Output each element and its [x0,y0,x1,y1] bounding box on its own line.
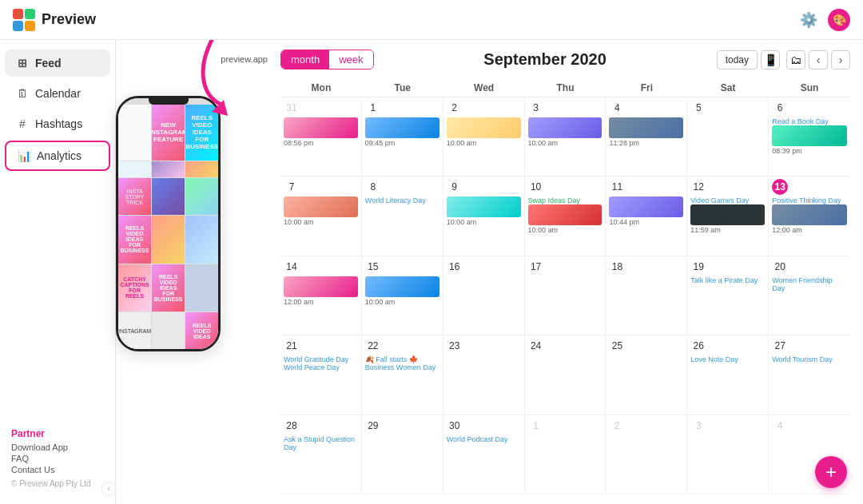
event-time: 10:00 am [284,218,358,226]
day-26: 26 Love Note Day [687,335,769,414]
contact-link[interactable]: Contact Us [11,465,104,474]
event-time: 08:56 pm [284,139,358,147]
phone-notch [149,98,189,105]
day-number: 15 [365,259,381,275]
avatar-icon[interactable]: 🎨 [828,9,850,31]
event-thumb[interactable] [447,117,521,138]
event-label[interactable]: Talk like a Pirate Day [690,276,765,284]
prev-month-button[interactable]: ‹ [809,50,828,69]
calendar-week-1: 31 08:56 pm 1 09:45 pm 2 10:00 am [280,97,850,177]
day-29: 29 [362,415,443,494]
day-11: 11 10:44 pm [606,177,687,255]
fab-button[interactable]: + [815,456,847,488]
day-4: 4 11:28 pm [606,97,687,176]
event-time: 10:00 am [447,218,521,226]
event-thumb[interactable] [609,196,683,217]
event-label[interactable]: World Gratitude Day [284,355,358,363]
day-number: 11 [609,179,625,195]
sidebar-collapse-button[interactable]: ‹ [101,482,116,496]
day-7: 7 10:00 am [280,177,362,255]
event-thumb[interactable] [528,204,603,225]
event-label[interactable]: World Tourism Day [772,355,847,363]
day-number: 30 [447,418,463,434]
event-label[interactable]: Video Games Day [690,196,765,204]
day-5: 5 [687,97,769,176]
event-thumb[interactable] [284,196,358,217]
event-label[interactable]: Read a Book Day [772,117,847,125]
event-thumb[interactable] [365,117,439,138]
event-thumb[interactable] [772,125,847,146]
analytics-icon: 📊 [18,149,30,162]
col-thu: Thu [525,79,606,97]
event-label[interactable]: World Podcast Day [447,435,521,443]
day-number: 4 [772,418,788,434]
event-thumb[interactable] [284,117,358,138]
day-12: 12 Video Games Day 11:59 am [687,177,769,255]
event-label[interactable]: Positive Thinking Day [772,196,847,204]
event-thumb[interactable] [365,276,439,297]
event-label-2[interactable]: Business Women Day [365,363,439,371]
day-number: 14 [284,259,300,275]
col-tue: Tue [362,79,443,97]
day-number: 29 [365,418,381,434]
settings-icon[interactable]: ⚙️ [797,9,820,31]
day-14: 14 12:00 am [280,256,362,335]
week-view-button[interactable]: week [329,50,372,69]
calendar-toolbar: month week September 2020 today 📱 🗂 ‹ › [280,50,850,69]
day-number: 23 [447,338,463,354]
day-31: 31 08:56 pm [280,97,362,176]
grid-view-icon[interactable]: 🗂 [786,50,805,69]
event-label[interactable]: Ask a Stupid Question Day [284,435,358,451]
event-thumb[interactable] [284,276,358,297]
month-view-button[interactable]: month [281,50,329,69]
day-number: 17 [528,259,544,275]
event-label[interactable]: World Literacy Day [365,196,439,204]
sidebar-footer: Partner Download App FAQ Contact Us © Pr… [0,420,115,496]
event-thumb[interactable] [528,117,603,138]
day-number: 28 [284,418,300,434]
col-fri: Fri [606,79,687,97]
hashtag-icon: # [16,117,29,130]
mobile-view-icon[interactable]: 📱 [761,50,780,69]
grid-icon: ⊞ [16,57,29,69]
event-thumb[interactable] [690,204,765,225]
day-number: 31 [284,100,300,116]
day-3: 3 10:00 am [525,97,606,176]
event-label[interactable]: Love Note Day [690,355,765,363]
day-number: 12 [690,179,706,195]
event-thumb[interactable] [609,117,683,138]
day-oct-1: 1 [525,415,606,494]
next-month-button[interactable]: › [831,50,850,69]
day-number: 8 [365,179,381,195]
calendar-nav: today 📱 🗂 ‹ › [717,50,850,69]
day-number: 20 [772,259,788,275]
sidebar-item-hashtags[interactable]: # Hashtags [5,110,110,137]
event-label[interactable]: Women Friendship Day [772,276,847,292]
sidebar: ⊞ Feed 🗓 Calendar # Hashtags 📊 Analytics… [0,40,116,504]
calendar-icon: 🗓 [16,87,29,100]
day-10: 10 Swap Ideas Day 10:00 am [525,177,606,255]
event-thumb[interactable] [447,196,521,217]
download-app-link[interactable]: Download App [11,442,104,452]
day-9: 9 10:00 am [443,177,525,255]
day-8: 8 World Literacy Day [362,177,443,255]
partner-link[interactable]: Partner [11,428,104,439]
event-label-2[interactable]: World Peace Day [284,363,358,371]
sidebar-item-calendar[interactable]: 🗓 Calendar [5,80,110,107]
event-thumb[interactable] [772,204,847,225]
day-16: 16 [443,256,525,335]
today-button[interactable]: today [717,50,758,69]
day-number: 10 [528,179,544,195]
calendar-grid: Mon Tue Wed Thu Fri Sat Sun 31 08:56 pm [280,79,850,494]
sidebar-item-analytics[interactable]: 📊 Analytics [5,141,110,171]
event-time: 11:59 am [690,226,765,234]
day-6: 6 Read a Book Day 08:39 pm [769,97,850,176]
calendar-week-4: 21 World Gratitude Day World Peace Day 2… [280,335,850,415]
event-label[interactable]: Swap Ideas Day [528,196,603,204]
faq-link[interactable]: FAQ [11,454,104,463]
col-sat: Sat [687,79,769,97]
sidebar-item-feed[interactable]: ⊞ Feed [5,50,110,77]
day-15: 15 10:00 am [362,256,443,335]
calendar-area: month week September 2020 today 📱 🗂 ‹ › [268,40,863,504]
event-label[interactable]: 🍂 Fall starts 🍁 [365,355,439,363]
